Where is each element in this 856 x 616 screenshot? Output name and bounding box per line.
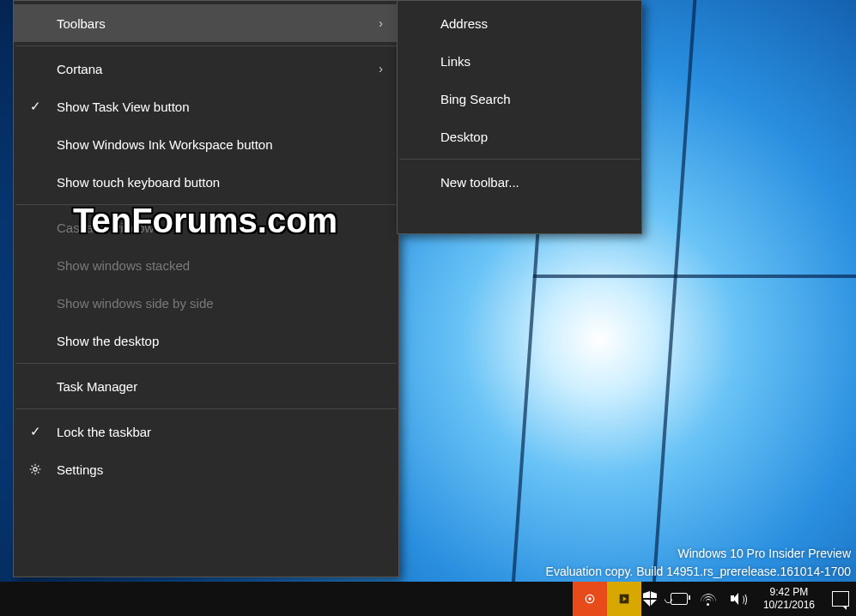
menu-item-task-view[interactable]: Show Task View button (14, 88, 398, 125)
clock-time: 9:42 PM (763, 586, 815, 599)
toolbars-submenu: Address Links Bing Search Desktop New to… (397, 0, 642, 234)
menu-item-touch-keyboard[interactable]: Show touch keyboard button (14, 163, 398, 201)
menu-label: Cascade windows (57, 220, 364, 235)
taskbar-pinned-app-1[interactable] (573, 582, 607, 616)
action-center-icon[interactable] (832, 590, 849, 607)
clock[interactable]: 9:42 PM 10/21/2016 (758, 586, 820, 612)
submenu-item-address[interactable]: Address (398, 4, 641, 42)
svg-point-0 (33, 468, 37, 471)
system-tray: 9:42 PM 10/21/2016 (641, 582, 856, 616)
checkmark-icon (14, 99, 57, 114)
menu-label: Lock the taskbar (57, 425, 364, 439)
menu-label: Cortana (57, 62, 364, 76)
menu-label: Toolbars (57, 16, 364, 31)
menu-item-cascade: Cascade windows (14, 208, 398, 246)
menu-item-toolbars[interactable]: Toolbars › (14, 4, 398, 42)
submenu-item-desktop[interactable]: Desktop (398, 118, 641, 155)
menu-label: Address (440, 16, 626, 31)
volume-icon[interactable] (729, 590, 746, 607)
menu-item-lock-taskbar[interactable]: Lock the taskbar (14, 413, 398, 450)
menu-item-ink-workspace[interactable]: Show Windows Ink Workspace button (14, 125, 398, 163)
gear-icon (14, 462, 57, 476)
submenu-arrow-icon: › (364, 62, 383, 75)
submenu-item-links[interactable]: Links (398, 42, 641, 80)
menu-item-cortana[interactable]: Cortana › (14, 50, 398, 88)
menu-item-show-desktop[interactable]: Show the desktop (14, 322, 398, 359)
menu-label: Show windows stacked (57, 258, 364, 273)
menu-label: Show Windows Ink Workspace button (57, 137, 364, 152)
menu-label: Desktop (440, 130, 626, 144)
menu-label: Bing Search (440, 92, 626, 106)
desktop-build-watermark: Windows 10 Pro Insider Preview Evaluatio… (546, 545, 851, 580)
wifi-icon[interactable] (700, 590, 717, 607)
submenu-item-bing-search[interactable]: Bing Search (398, 80, 641, 118)
clock-date: 10/21/2016 (763, 599, 815, 612)
menu-label: New toolbar... (440, 175, 626, 190)
submenu-arrow-icon: › (364, 16, 383, 30)
menu-separator (15, 408, 397, 409)
menu-separator (15, 204, 397, 205)
battery-icon[interactable] (671, 590, 688, 607)
menu-label: Task Manager (57, 379, 364, 394)
taskbar-context-menu: Toolbars › Cortana › Show Task View butt… (13, 0, 399, 577)
menu-item-task-manager[interactable]: Task Manager (14, 367, 398, 405)
menu-separator (399, 159, 640, 160)
edition-text: Windows 10 Pro Insider Preview (546, 545, 851, 562)
menu-item-stacked: Show windows stacked (14, 246, 398, 284)
menu-label: Show touch keyboard button (57, 175, 364, 190)
menu-label: Show Task View button (57, 100, 364, 114)
submenu-item-new-toolbar[interactable]: New toolbar... (398, 163, 641, 201)
taskbar-pinned-app-2[interactable] (607, 582, 641, 616)
menu-label: Show windows side by side (57, 296, 364, 311)
taskbar[interactable]: 9:42 PM 10/21/2016 (0, 582, 856, 616)
menu-label: Links (440, 54, 626, 69)
menu-separator (15, 363, 397, 364)
menu-label: Settings (57, 462, 364, 477)
menu-item-side-by-side: Show windows side by side (14, 284, 398, 322)
svg-point-2 (588, 597, 591, 600)
menu-label: Show the desktop (57, 334, 364, 348)
build-text: Evaluation copy. Build 14951.rs_prerelea… (546, 563, 851, 580)
checkmark-icon (14, 424, 57, 439)
menu-item-settings[interactable]: Settings (14, 450, 398, 488)
defender-shield-icon[interactable] (641, 590, 659, 607)
menu-separator (15, 45, 397, 46)
